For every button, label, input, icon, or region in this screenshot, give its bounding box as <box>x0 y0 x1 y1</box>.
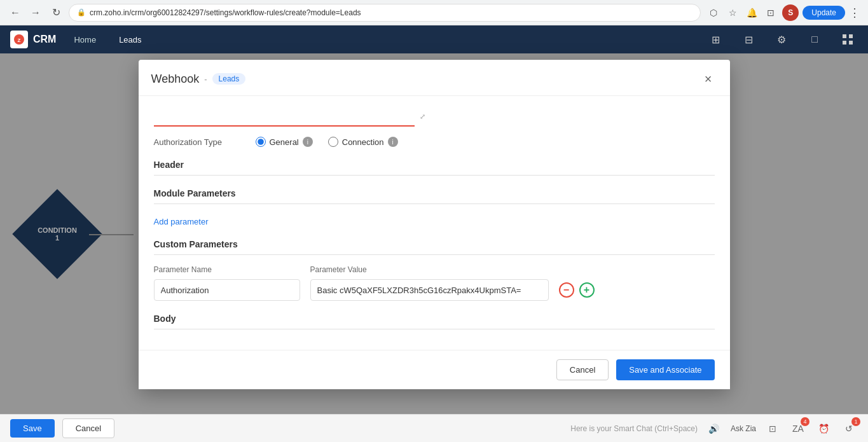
svg-rect-3 <box>849 34 853 38</box>
screenshot-button[interactable]: ⊡ <box>764 420 782 438</box>
radio-general-label: General <box>270 137 299 147</box>
reload-button[interactable]: ↻ <box>48 5 64 20</box>
browser-menu-button[interactable]: ⋮ <box>849 6 860 20</box>
grid-button[interactable] <box>837 29 858 50</box>
bookmark-button[interactable]: ☆ <box>725 5 740 20</box>
authorization-type-row: Authorization Type General i Connection … <box>154 137 715 147</box>
ask-zia-label: Ask Zia <box>731 424 756 433</box>
square-button[interactable]: □ <box>804 29 825 50</box>
general-info-icon[interactable]: i <box>303 137 313 147</box>
bottom-bar: Save Cancel Here is your Smart Chat (Ctr… <box>0 414 868 442</box>
modal-cancel-button[interactable]: Cancel <box>556 359 609 380</box>
param-value-input[interactable] <box>310 279 549 301</box>
profile-icon[interactable]: 🔔 <box>744 5 759 20</box>
bottom-save-button[interactable]: Save <box>10 419 55 438</box>
auth-type-radio-group: General i Connection i <box>256 137 398 147</box>
svg-rect-2 <box>843 34 846 38</box>
svg-rect-4 <box>843 41 846 45</box>
notifications-button[interactable]: 🔊 <box>705 420 723 438</box>
module-parameters-section: Module Parameters Add parameter <box>154 188 715 226</box>
modal-title: Webhook <box>151 73 200 86</box>
bottom-right-area: Here is your Smart Chat (Ctrl+Space) 🔊 A… <box>570 420 858 438</box>
modal-overlay: Webhook - Leads × ⤢ Authorization Type <box>0 53 868 414</box>
param-column-labels: Parameter Name Parameter Value <box>154 265 715 274</box>
radio-general-option[interactable]: General i <box>256 137 313 147</box>
smart-chat-hint: Here is your Smart Chat (Ctrl+Space) <box>570 424 698 433</box>
connection-info-icon[interactable]: i <box>388 137 398 147</box>
expand-icon: ⤢ <box>420 113 425 121</box>
user-avatar[interactable]: S <box>782 4 799 21</box>
param-value-col-label: Parameter Value <box>310 265 549 274</box>
body-section-title: Body <box>154 314 715 329</box>
lock-icon: 🔒 <box>77 8 86 17</box>
webhook-modal: Webhook - Leads × ⤢ Authorization Type <box>139 60 730 389</box>
modal-body: ⤢ Authorization Type General i <box>139 96 730 350</box>
param-row-actions: − + <box>559 282 595 298</box>
crm-logo: Z CRM <box>10 31 56 48</box>
param-row-1: − + <box>154 279 715 301</box>
save-associate-button[interactable]: Save and Associate <box>616 359 714 380</box>
radio-general-input[interactable] <box>256 137 266 147</box>
back-button[interactable]: ← <box>8 5 23 20</box>
cast-button[interactable]: ⊡ <box>763 5 778 20</box>
radio-connection-input[interactable] <box>328 137 338 147</box>
custom-params-title: Custom Parameters <box>154 239 715 255</box>
module-params-title: Module Parameters <box>154 188 715 204</box>
browser-bar: ← → ↻ 🔒 crm.zoho.in/crm/org60012824297/s… <box>0 0 868 25</box>
remove-param-button[interactable]: − <box>559 282 574 298</box>
bottom-cancel-button[interactable]: Cancel <box>62 418 114 438</box>
extensions-button[interactable]: ⬡ <box>706 5 721 20</box>
translate-badge: 4 <box>801 417 809 426</box>
forward-button[interactable]: → <box>28 5 43 20</box>
app-header: Z CRM Home Leads ⊞ ⊟ ⚙ □ <box>0 25 868 53</box>
modal-footer: Cancel Save and Associate <box>139 350 730 389</box>
modal-leads-badge: Leads <box>212 73 246 85</box>
nav-home[interactable]: Home <box>69 32 101 47</box>
param-name-input[interactable] <box>154 279 300 301</box>
nav-leads[interactable]: Leads <box>114 32 146 47</box>
header-section: Header <box>154 160 715 176</box>
url-input-area: ⤢ <box>154 106 715 127</box>
zoho-logo-svg: Z <box>13 33 25 46</box>
radio-connection-option[interactable]: Connection i <box>328 137 398 147</box>
webhook-url-input[interactable] <box>154 106 415 127</box>
url-text: crm.zoho.in/crm/org60012824297/settings/… <box>90 8 361 17</box>
add-window-button[interactable]: ⊞ <box>705 29 726 50</box>
modal-dash: - <box>204 74 207 84</box>
modal-header: Webhook - Leads × <box>139 60 730 96</box>
authorization-type-label: Authorization Type <box>154 137 256 147</box>
refresh-button[interactable]: ↺ 1 <box>840 420 858 438</box>
custom-parameters-section: Custom Parameters Parameter Name Paramet… <box>154 239 715 301</box>
settings-button[interactable]: ⚙ <box>771 29 792 50</box>
clock-button[interactable]: ⏰ <box>815 420 832 438</box>
browser-actions: ⬡ ☆ 🔔 ⊡ S Update ⋮ <box>706 4 860 21</box>
crm-logo-text: CRM <box>33 34 56 45</box>
url-bar: 🔒 crm.zoho.in/crm/org60012824297/setting… <box>69 4 701 22</box>
svg-rect-5 <box>849 41 853 45</box>
modal-close-button[interactable]: × <box>699 70 717 88</box>
crm-logo-icon: Z <box>10 31 28 48</box>
refresh-badge: 1 <box>851 417 860 426</box>
param-name-col-label: Parameter Name <box>154 265 300 274</box>
body-section: Body <box>154 314 715 329</box>
radio-connection-label: Connection <box>342 137 384 147</box>
translate-button[interactable]: ZA 4 <box>789 420 807 438</box>
maximize-button[interactable]: ⊟ <box>738 29 759 50</box>
update-button[interactable]: Update <box>803 6 845 20</box>
add-parameter-link[interactable]: Add parameter <box>154 217 209 226</box>
add-param-button[interactable]: + <box>579 282 595 298</box>
svg-text:Z: Z <box>18 38 21 43</box>
header-section-title: Header <box>154 160 715 176</box>
main-content: CONDITION1 Webhook - Leads × ⤢ <box>0 53 868 414</box>
